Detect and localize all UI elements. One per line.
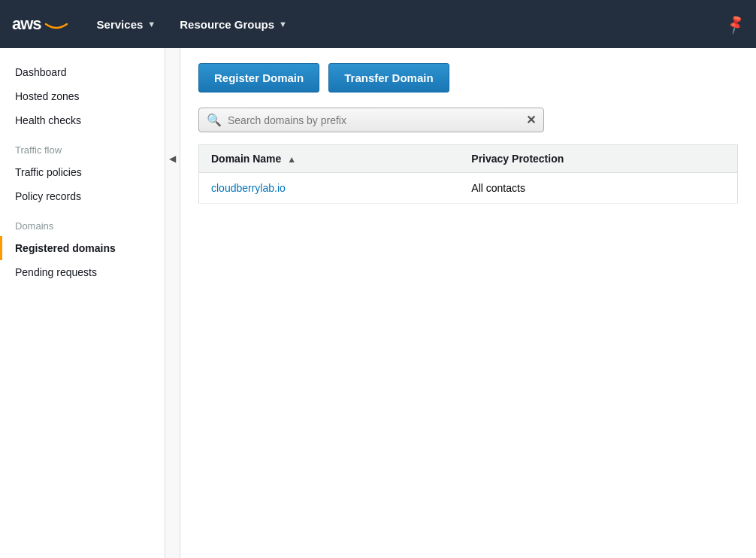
privacy-protection-cell: All contacts — [459, 173, 737, 204]
sidebar-item-pending-requests[interactable]: Pending requests — [0, 260, 165, 284]
sidebar-collapse-handle[interactable]: ◀ — [165, 48, 180, 558]
action-buttons-row: Register Domain Transfer Domain — [198, 63, 738, 92]
nav-services[interactable]: Services ▼ — [88, 12, 165, 37]
nav-resource-groups-label: Resource Groups — [180, 18, 274, 31]
sidebar: Dashboard Hosted zones Health checks Tra… — [0, 48, 165, 558]
sidebar-item-registered-domains[interactable]: Registered domains — [0, 236, 165, 260]
nav-resource-groups-chevron: ▼ — [279, 20, 287, 29]
domain-link[interactable]: cloudberrylab.io — [211, 182, 286, 194]
column-header-domain-name[interactable]: Domain Name ▲ — [199, 145, 460, 173]
sidebar-item-health-checks[interactable]: Health checks — [0, 108, 165, 132]
sort-arrow-icon: ▲ — [287, 154, 296, 165]
table-row: cloudberrylab.ioAll contacts — [199, 173, 738, 204]
page-layout: Dashboard Hosted zones Health checks Tra… — [0, 48, 756, 558]
column-header-privacy-protection: Privacy Protection — [459, 145, 737, 173]
collapse-arrow-icon: ◀ — [169, 153, 176, 164]
traffic-flow-section-title: Traffic flow — [0, 132, 165, 160]
sidebar-item-dashboard[interactable]: Dashboard — [0, 60, 165, 84]
pin-icon[interactable]: 📌 — [724, 13, 747, 35]
main-content: Register Domain Transfer Domain 🔍 ✕ Doma… — [180, 48, 756, 558]
sidebar-item-traffic-policies[interactable]: Traffic policies — [0, 160, 165, 184]
nav-services-label: Services — [97, 18, 144, 31]
search-input[interactable] — [228, 114, 526, 126]
register-domain-button[interactable]: Register Domain — [198, 63, 319, 92]
domains-table: Domain Name ▲ Privacy Protection cloudbe… — [198, 144, 738, 204]
sidebar-item-hosted-zones[interactable]: Hosted zones — [0, 84, 165, 108]
domain-name-cell: cloudberrylab.io — [199, 173, 460, 204]
aws-smile-icon — [43, 21, 70, 32]
search-icon: 🔍 — [207, 113, 222, 127]
aws-logo-text: aws — [12, 14, 41, 34]
transfer-domain-button[interactable]: Transfer Domain — [328, 63, 449, 92]
nav-resource-groups[interactable]: Resource Groups ▼ — [171, 12, 296, 37]
domains-section-title: Domains — [0, 208, 165, 236]
search-bar: 🔍 ✕ — [198, 108, 544, 132]
sidebar-item-policy-records[interactable]: Policy records — [0, 184, 165, 208]
table-header-row: Domain Name ▲ Privacy Protection — [199, 145, 738, 173]
search-clear-icon[interactable]: ✕ — [526, 113, 536, 127]
aws-logo[interactable]: aws — [12, 14, 70, 34]
nav-services-chevron: ▼ — [147, 20, 156, 29]
top-navigation: aws Services ▼ Resource Groups ▼ 📌 — [0, 0, 756, 48]
